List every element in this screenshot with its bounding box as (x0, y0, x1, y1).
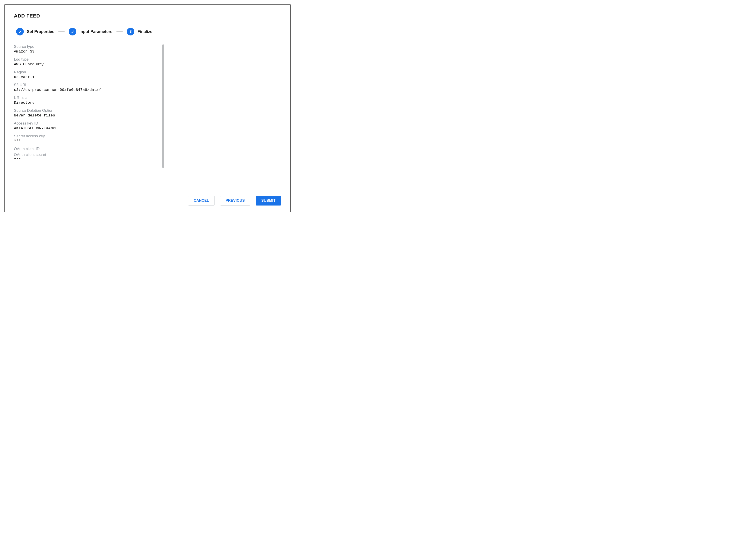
field-label: Secret access key (14, 134, 164, 138)
step-label: Input Parameters (79, 29, 113, 34)
previous-button[interactable]: PREVIOUS (220, 196, 250, 205)
step-set-properties[interactable]: Set Properties (16, 28, 54, 36)
field-value: *** (14, 158, 164, 162)
field-access-key-id: Access key ID AKIAIOSFODNN7EXAMPLE (14, 121, 164, 131)
field-label: Access key ID (14, 121, 164, 126)
step-finalize[interactable]: 3 Finalize (127, 28, 152, 36)
field-oauth-client-secret: OAuth client secret *** (14, 153, 164, 162)
field-value: Amazon S3 (14, 49, 164, 54)
field-label: URI is a (14, 96, 164, 100)
step-label: Set Properties (27, 29, 54, 34)
field-oauth-client-id: OAuth client ID (14, 147, 164, 151)
field-uri-is-a: URI is a Directory (14, 96, 164, 105)
field-value: Never delete files (14, 113, 164, 118)
field-value: us-east-1 (14, 75, 164, 79)
cancel-button[interactable]: CANCEL (188, 196, 215, 205)
field-label: OAuth client ID (14, 147, 164, 151)
field-label: Log type (14, 57, 164, 62)
field-region: Region us-east-1 (14, 70, 164, 79)
field-label: S3 URI (14, 83, 164, 87)
field-value: AKIAIOSFODNN7EXAMPLE (14, 126, 164, 131)
field-s3-uri: S3 URI s3://cs-prod-cannon-00afe0c847a8/… (14, 83, 164, 92)
field-source-type: Source type Amazon S3 (14, 44, 164, 54)
step-separator (58, 32, 65, 32)
field-label: Region (14, 70, 164, 75)
field-label: OAuth client secret (14, 153, 164, 157)
check-icon (69, 28, 76, 36)
field-source-deletion-option: Source Deletion Option Never delete file… (14, 108, 164, 118)
step-label: Finalize (138, 29, 152, 34)
modal-title: ADD FEED (14, 13, 281, 19)
field-value: Directory (14, 101, 164, 105)
summary-fields: Source type Amazon S3 Log type AWS Guard… (14, 44, 164, 188)
step-number-icon: 3 (127, 28, 135, 36)
field-value: s3://cs-prod-cannon-00afe0c847a8/data/ (14, 88, 164, 92)
step-input-parameters[interactable]: Input Parameters (69, 28, 113, 36)
field-secret-access-key: Secret access key *** (14, 134, 164, 143)
modal-footer: CANCEL PREVIOUS SUBMIT (14, 196, 281, 205)
check-icon (16, 28, 24, 36)
review-content: Source type Amazon S3 Log type AWS Guard… (14, 44, 281, 188)
scrollbar-thumb[interactable] (162, 44, 164, 168)
wizard-stepper: Set Properties Input Parameters 3 Finali… (16, 28, 281, 36)
submit-button[interactable]: SUBMIT (256, 196, 281, 205)
field-label: Source Deletion Option (14, 108, 164, 113)
field-value: AWS GuardDuty (14, 62, 164, 66)
field-value: *** (14, 139, 164, 143)
field-label: Source type (14, 44, 164, 49)
add-feed-modal: ADD FEED Set Properties Input Parameters… (4, 4, 290, 212)
scrollbar[interactable] (162, 44, 164, 188)
step-separator (117, 32, 123, 32)
field-log-type: Log type AWS GuardDuty (14, 57, 164, 66)
